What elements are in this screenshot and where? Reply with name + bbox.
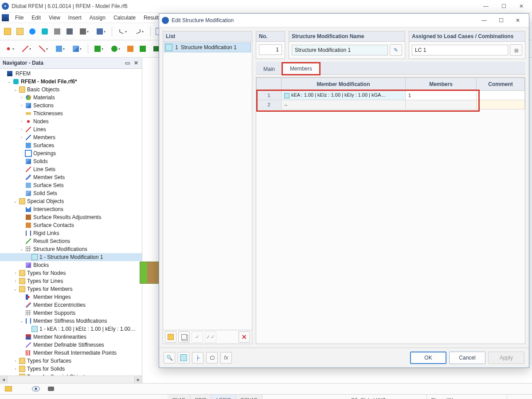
minimize-button[interactable]: — [477, 0, 495, 12]
navigator-tree[interactable]: RFEM ⌄RFEM - Model File.rf6* ⌄Basic Obje… [0, 69, 142, 376]
load-type3-button[interactable] [125, 43, 136, 55]
tab-members[interactable]: Members [282, 63, 320, 74]
maximize-button[interactable]: ☐ [495, 0, 512, 12]
undo-button[interactable]: ▾ [115, 26, 131, 37]
new-button[interactable] [2, 26, 13, 37]
tree-types-solids[interactable]: Types for Solids [27, 366, 65, 372]
tree-member-hinges[interactable]: Member Hinges [33, 294, 71, 300]
save-button[interactable] [64, 26, 75, 37]
print-graphic-button[interactable] [51, 26, 63, 37]
select-color-button[interactable] [178, 352, 189, 364]
tree-types-surfaces[interactable]: Types for Surfaces [27, 358, 71, 364]
tree-surf-results-adj[interactable]: Surface Results Adjustments [33, 214, 101, 220]
menu-file[interactable]: File [12, 14, 27, 22]
tree-nodes[interactable]: Nodes [33, 118, 49, 125]
apply-button[interactable]: Apply [488, 352, 524, 364]
tree-intersections[interactable]: Intersections [33, 206, 63, 212]
close-button[interactable]: ✕ [512, 0, 530, 12]
cell-members[interactable] [406, 100, 477, 110]
menu-insert[interactable]: Insert [65, 14, 85, 22]
tree-types-nodes[interactable]: Types for Nodes [27, 270, 66, 276]
table-row[interactable]: 1 kEA : 1.00 | kEIz : 1.00 | kEIy : 1.00… [257, 91, 525, 100]
status-snap[interactable]: SNAP [168, 395, 190, 399]
cell-mod[interactable]: -- [282, 100, 406, 110]
col-comment[interactable]: Comment [477, 78, 525, 91]
status-lgrid[interactable]: LGRID [211, 395, 236, 399]
tree-surface-sets[interactable]: Surface Sets [33, 182, 64, 188]
assign-list-button[interactable]: ▤ [510, 44, 522, 56]
load-type4-button[interactable] [137, 43, 149, 55]
tree-member-ecc[interactable]: Member Eccentricities [33, 302, 86, 308]
status-grid[interactable]: GRID [190, 395, 212, 399]
cancel-button[interactable]: Cancel [449, 352, 485, 364]
dialog-maximize-button[interactable]: ☐ [493, 14, 509, 27]
tab-main[interactable]: Main [256, 63, 282, 74]
nodal-load-button[interactable]: ▾ [2, 43, 18, 55]
navigator-close-icon[interactable]: ✕ [133, 60, 139, 66]
tree-root[interactable]: RFEM [16, 70, 31, 77]
tree-select-button[interactable]: ╞ [192, 352, 203, 364]
pick-button[interactable]: 🔍 [164, 352, 175, 364]
tree-rigid-links[interactable]: Rigid Links [33, 230, 59, 236]
table-row[interactable]: 2 -- [257, 100, 525, 110]
no-field[interactable]: 1 [259, 44, 282, 55]
tree-model[interactable]: RFEM - Model File.rf6* [21, 78, 77, 85]
dialog-close-button[interactable]: ✕ [509, 14, 526, 27]
tree-result-sections[interactable]: Result Sections [33, 238, 70, 244]
name-field[interactable]: Structure Modification 1 [292, 45, 388, 55]
model-manager-button[interactable] [27, 26, 38, 37]
tree-solids[interactable]: Solids [33, 158, 48, 164]
block-manager-button[interactable] [39, 26, 51, 37]
line-load-button[interactable]: ▾ [19, 43, 35, 55]
tree-blocks[interactable]: Blocks [33, 262, 49, 268]
ok-button[interactable]: OK [410, 352, 446, 364]
tree-basic-objects[interactable]: Basic Objects [27, 86, 59, 93]
tree-materials[interactable]: Materials [33, 94, 55, 101]
views-eye-button[interactable] [30, 383, 42, 395]
tree-member-sets[interactable]: Member Sets [33, 174, 65, 180]
menu-edit[interactable]: Edit [28, 14, 44, 22]
tree-member-stiff-mod-1[interactable]: 1 - kEA : 1.00 | kEIz : 1.00 | kEIy : 1.… [39, 326, 136, 332]
tree-member-stiff-mods[interactable]: Member Stiffness Modifications [33, 318, 107, 324]
cell-members[interactable]: 1 [406, 91, 477, 100]
member-load-button[interactable]: ▾ [35, 43, 51, 55]
cell-comment[interactable] [477, 91, 525, 100]
tree-members[interactable]: Members [33, 134, 55, 141]
navigator-hscroll[interactable]: ◂ ▸ [0, 376, 142, 383]
col-member-mod[interactable]: Member Modification [282, 78, 406, 91]
tree-surfaces[interactable]: Surfaces [33, 142, 54, 149]
menu-view[interactable]: View [45, 14, 64, 22]
tree-member-nonlin[interactable]: Member Nonlinearities [33, 334, 86, 340]
tree-member-supports[interactable]: Member Supports [33, 310, 75, 316]
tree-types-lines[interactable]: Types for Lines [27, 278, 63, 284]
camera-button[interactable] [45, 383, 57, 395]
menu-calculate[interactable]: Calculate [110, 14, 139, 22]
function-button[interactable]: fx [220, 352, 232, 364]
cell-comment[interactable] [477, 100, 525, 110]
cell-mod[interactable]: kEA : 1.00 | kEIz : 1.00 | kEIy : 1.00 |… [282, 91, 406, 100]
list-check-button[interactable]: ✓ [192, 331, 203, 343]
tree-member-def-stiff[interactable]: Member Definable Stiffnesses [33, 342, 104, 348]
report-button[interactable]: ▾ [93, 26, 109, 37]
app-menu-icon[interactable] [2, 14, 9, 21]
list-delete-button[interactable]: ✕ [239, 331, 250, 343]
load-type2-button[interactable]: ▾ [108, 43, 124, 55]
scroll-right-icon[interactable]: ▸ [134, 376, 142, 383]
redo-button[interactable]: ▾ [132, 26, 148, 37]
menu-assign[interactable]: Assign [86, 14, 109, 22]
view-select-button[interactable]: 🖵 [206, 352, 218, 364]
list-new-button[interactable] [165, 331, 176, 343]
tree-openings[interactable]: Openings [33, 150, 56, 156]
dialog-minimize-button[interactable]: — [476, 14, 493, 27]
surface-load-button[interactable]: ▾ [52, 43, 68, 55]
assign-field[interactable]: LC 1 [412, 45, 508, 55]
list-check2-button[interactable]: ✓✓ [205, 331, 216, 343]
tree-struct-mod-1[interactable]: 1 - Structure Modification 1 [39, 254, 103, 260]
tree-lines[interactable]: Lines [33, 126, 46, 133]
tree-thicknesses[interactable]: Thicknesses [33, 110, 63, 117]
tree-sections[interactable]: Sections [33, 102, 54, 109]
tree-types-members[interactable]: Types for Members [27, 286, 73, 292]
tree-solid-sets[interactable]: Solid Sets [33, 190, 57, 196]
navigator-restore-icon[interactable]: ▭ [124, 60, 130, 66]
scroll-left-icon[interactable]: ◂ [0, 376, 8, 383]
